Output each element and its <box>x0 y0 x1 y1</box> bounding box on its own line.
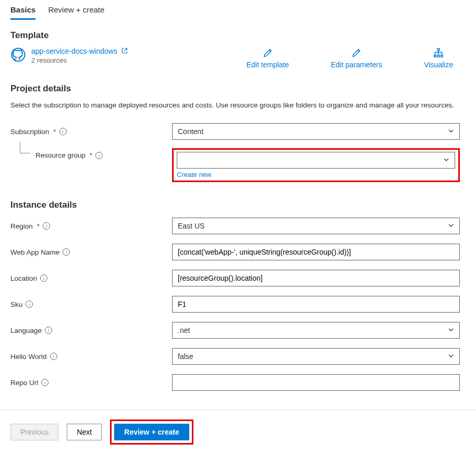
chevron-down-icon <box>448 127 454 136</box>
template-link[interactable]: app-service-docs-windows <box>31 47 128 55</box>
resource-group-label: Resource group <box>35 151 86 159</box>
repo-url-label: Repo Url <box>10 379 38 387</box>
language-label: Language <box>10 327 42 334</box>
info-icon[interactable]: i <box>95 152 103 159</box>
repo-url-input[interactable] <box>172 374 460 391</box>
tab-review-create[interactable]: Review + create <box>48 2 104 20</box>
tree-indent-icon <box>20 142 30 153</box>
sku-label: Sku <box>10 301 22 308</box>
required-indicator: * <box>37 222 40 230</box>
review-create-button[interactable]: Review + create <box>114 424 189 440</box>
svg-rect-1 <box>437 49 440 51</box>
language-value: .net <box>178 326 190 334</box>
chevron-down-icon <box>443 156 449 164</box>
visualize-label: Visualize <box>424 61 453 69</box>
template-link-text: app-service-docs-windows <box>31 47 117 55</box>
required-indicator: * <box>90 151 92 159</box>
next-button[interactable]: Next <box>67 424 102 440</box>
footer-bar: Previous Next Review + create <box>0 410 476 454</box>
hello-world-value: false <box>178 352 193 361</box>
svg-rect-2 <box>434 55 436 57</box>
region-label: Region <box>10 222 33 230</box>
edit-template-button[interactable]: Edit template <box>247 47 289 69</box>
chevron-down-icon <box>448 326 454 334</box>
subscription-value: Content <box>178 127 203 136</box>
chevron-down-icon <box>448 222 454 230</box>
required-indicator: * <box>53 128 56 136</box>
svg-rect-3 <box>437 55 440 57</box>
location-label: Location <box>10 274 37 282</box>
subscription-select[interactable]: Content <box>172 123 460 140</box>
info-icon[interactable]: i <box>43 222 50 230</box>
create-new-link[interactable]: Create new <box>177 171 211 178</box>
hello-world-select[interactable]: false <box>172 348 460 365</box>
info-icon[interactable]: i <box>45 327 52 334</box>
hello-world-label: Hello World <box>10 353 47 361</box>
visualize-button[interactable]: Visualize <box>424 47 453 69</box>
webapp-name-input[interactable] <box>172 244 460 260</box>
info-icon[interactable]: i <box>59 128 67 135</box>
webapp-name-label: Web App Name <box>10 248 59 256</box>
template-row: app-service-docs-windows 2 resources Edi… <box>10 47 466 69</box>
svg-rect-4 <box>441 55 443 57</box>
info-icon[interactable]: i <box>63 248 70 256</box>
hierarchy-icon <box>433 47 444 58</box>
info-icon[interactable]: i <box>40 274 47 282</box>
template-resource-count: 2 resources <box>31 56 128 64</box>
tab-bar: Basics Review + create <box>0 0 476 20</box>
sku-input[interactable] <box>172 296 460 313</box>
chevron-down-icon <box>448 352 454 361</box>
info-icon[interactable]: i <box>41 379 48 386</box>
project-details-description: Select the subscription to manage deploy… <box>10 100 466 111</box>
template-heading: Template <box>10 30 466 41</box>
edit-parameters-button[interactable]: Edit parameters <box>331 47 382 69</box>
project-details-heading: Project details <box>10 83 466 94</box>
instance-details-heading: Instance details <box>10 200 466 210</box>
info-icon[interactable]: i <box>26 301 33 308</box>
subscription-label: Subscription <box>10 128 49 136</box>
tab-basics[interactable]: Basics <box>10 2 35 20</box>
previous-button: Previous <box>10 424 58 440</box>
region-select[interactable]: East US <box>172 218 460 234</box>
github-icon <box>10 47 26 63</box>
edit-template-label: Edit template <box>247 61 289 69</box>
location-input[interactable] <box>172 270 460 286</box>
pencil-icon <box>351 47 362 58</box>
review-create-highlight: Review + create <box>110 420 193 445</box>
region-value: East US <box>178 222 204 230</box>
info-icon[interactable]: i <box>50 353 57 360</box>
language-select[interactable]: .net <box>172 322 460 339</box>
external-link-icon <box>119 47 128 55</box>
pencil-icon <box>262 47 274 58</box>
edit-parameters-label: Edit parameters <box>331 61 382 69</box>
resource-group-select[interactable] <box>177 152 455 169</box>
resource-group-highlight: Create new <box>172 148 460 182</box>
